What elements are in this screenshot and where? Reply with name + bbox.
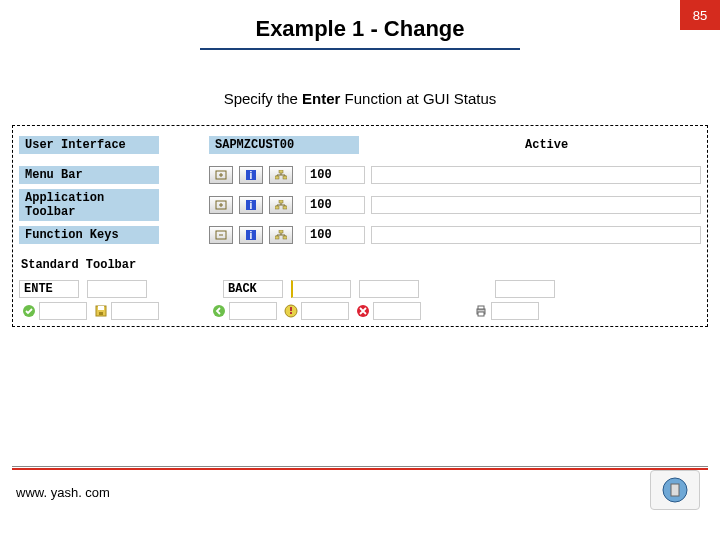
subtitle-bold: Enter (302, 90, 340, 107)
program-name: SAPMZCUST00 (209, 136, 359, 154)
print-icon[interactable] (471, 302, 491, 320)
toolbar-slot-7[interactable] (491, 302, 539, 320)
svg-rect-47 (671, 484, 679, 496)
enter-check-icon[interactable] (19, 302, 39, 320)
svg-text:i: i (250, 230, 253, 241)
row-label-functionkeys: Function Keys (19, 226, 159, 244)
svg-point-39 (213, 305, 225, 317)
toolbar-icons-row (19, 302, 701, 320)
svg-rect-19 (283, 206, 287, 209)
standard-toolbar-label: Standard Toolbar (19, 256, 138, 274)
svg-rect-30 (283, 236, 287, 239)
functionkeys-value[interactable]: 100 (305, 226, 365, 244)
save-disk-icon[interactable] (91, 302, 111, 320)
svg-text:i: i (250, 200, 253, 211)
svg-rect-29 (275, 236, 279, 239)
menubar-value[interactable]: 100 (305, 166, 365, 184)
apptoolbar-desc-field[interactable] (371, 196, 701, 214)
expand-icon[interactable] (209, 166, 233, 184)
svg-rect-5 (279, 170, 283, 173)
hierarchy-icon[interactable] (269, 196, 293, 214)
svg-rect-17 (279, 200, 283, 203)
svg-rect-6 (275, 176, 279, 179)
slide-subtitle: Specify the Enter Function at GUI Status (0, 90, 720, 107)
svg-rect-44 (478, 306, 484, 309)
expand-icon[interactable] (209, 196, 233, 214)
svg-point-41 (290, 312, 292, 314)
toolbar-codes-row: ENTE BACK (19, 278, 701, 300)
footer-url: www. yash. com (16, 485, 110, 500)
hierarchy-icon[interactable] (269, 226, 293, 244)
menubar-desc-field[interactable] (371, 166, 701, 184)
toolbar-code-5[interactable] (359, 280, 419, 298)
toolbar-code-1[interactable] (87, 280, 147, 298)
back-icon[interactable] (209, 302, 229, 320)
toolbar-code-4[interactable] (291, 280, 351, 298)
toolbar-slot-3[interactable] (229, 302, 277, 320)
toolbar-code-3[interactable]: BACK (223, 280, 283, 298)
row-label-apptoolbar: Application Toolbar (19, 189, 159, 221)
cancel-icon[interactable] (353, 302, 373, 320)
svg-rect-18 (275, 206, 279, 209)
svg-rect-28 (279, 230, 283, 233)
apptoolbar-value[interactable]: 100 (305, 196, 365, 214)
toolbar-slot-4[interactable] (301, 302, 349, 320)
svg-text:i: i (250, 170, 253, 181)
hierarchy-icon[interactable] (269, 166, 293, 184)
svg-rect-38 (99, 312, 103, 315)
footer-divider (12, 468, 708, 470)
svg-rect-7 (283, 176, 287, 179)
info-icon[interactable]: i (239, 226, 263, 244)
svg-rect-37 (98, 306, 104, 310)
gui-status-panel: User Interface SAPMZCUST00 Active Menu B… (12, 125, 708, 327)
user-interface-label: User Interface (19, 136, 159, 154)
exit-icon[interactable] (281, 302, 301, 320)
subtitle-prefix: Specify the (224, 90, 302, 107)
toolbar-code-0[interactable]: ENTE (19, 280, 79, 298)
company-logo (650, 470, 700, 510)
status-text: Active (519, 136, 574, 154)
functionkeys-desc-field[interactable] (371, 226, 701, 244)
toolbar-slot-0[interactable] (39, 302, 87, 320)
info-icon[interactable]: i (239, 196, 263, 214)
toolbar-slot-1[interactable] (111, 302, 159, 320)
slide-title: Example 1 - Change (200, 12, 520, 50)
toolbar-slot-5[interactable] (373, 302, 421, 320)
info-icon[interactable]: i (239, 166, 263, 184)
row-label-menubar: Menu Bar (19, 166, 159, 184)
collapse-icon[interactable] (209, 226, 233, 244)
svg-rect-45 (478, 312, 484, 316)
toolbar-code-7[interactable] (495, 280, 555, 298)
page-number-badge: 85 (680, 0, 720, 30)
subtitle-suffix: Function at GUI Status (340, 90, 496, 107)
